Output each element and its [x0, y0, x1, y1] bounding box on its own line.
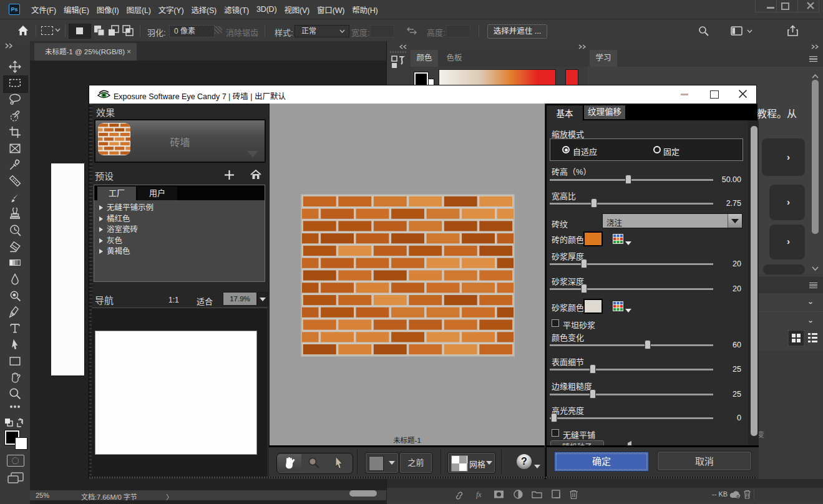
dialog-minimize-icon[interactable]: [681, 94, 688, 95]
workspace-chevron-icon[interactable]: [747, 29, 752, 33]
slider-track[interactable]: [550, 178, 713, 182]
gradient-tool-icon[interactable]: [9, 256, 21, 269]
preview-hand-tool[interactable]: [277, 454, 301, 472]
tab-color[interactable]: 颜色: [411, 50, 438, 67]
tab-swatches[interactable]: 色板: [441, 50, 468, 67]
eraser-tool-icon[interactable]: [9, 240, 21, 253]
brick-color-swatch[interactable]: [583, 231, 603, 246]
layer-effects-icon[interactable]: fx: [475, 489, 485, 500]
before-button[interactable]: 之前: [400, 453, 432, 473]
zoom-tool-icon[interactable]: [9, 387, 21, 400]
zoom-fit-button[interactable]: 适合: [197, 295, 213, 307]
learn-card[interactable]: ›: [769, 225, 805, 259]
tab-user[interactable]: 用户: [137, 187, 177, 200]
expand-triangle-icon[interactable]: [99, 227, 103, 232]
menu-view[interactable]: 视图(V): [284, 4, 309, 16]
slider-track[interactable]: [550, 393, 713, 396]
menu-type[interactable]: 文字(Y): [158, 4, 184, 16]
layer-group-icon[interactable]: [532, 489, 542, 500]
marquee-tool-icon[interactable]: [9, 77, 21, 89]
collapse-panels-right-icon[interactable]: [811, 44, 819, 49]
palette-dropdown-icon[interactable]: [625, 309, 631, 313]
new-layer-icon[interactable]: [551, 489, 562, 500]
cancel-button[interactable]: 取消: [658, 452, 751, 470]
palette-grid-icon[interactable]: [613, 234, 623, 244]
swap-colors-icon[interactable]: [4, 418, 26, 429]
zoom-1-1-button[interactable]: 1:1: [168, 296, 179, 304]
menu-image[interactable]: 图像(I): [97, 4, 119, 16]
dodge-tool-icon[interactable]: [9, 289, 21, 302]
tool-preset-chevron-icon[interactable]: [55, 28, 61, 32]
menu-edit[interactable]: 编辑(E): [64, 4, 89, 16]
slider-thumb[interactable]: [591, 198, 597, 208]
workspace-icon[interactable]: [731, 26, 743, 36]
background-color-button[interactable]: [366, 453, 398, 473]
document-tab-close-icon[interactable]: ×: [127, 48, 131, 56]
tab-basic[interactable]: 基本: [547, 105, 583, 122]
rectangle-tool-icon[interactable]: [9, 355, 21, 367]
eyedropper-tool-icon[interactable]: [9, 158, 21, 171]
move-tool-icon[interactable]: [9, 61, 21, 73]
menu-filter[interactable]: 滤镜(T): [224, 4, 249, 16]
help-dropdown-icon[interactable]: [534, 465, 540, 468]
list-view-icon[interactable]: [807, 332, 818, 343]
expand-triangle-icon[interactable]: [99, 238, 103, 243]
edit-toolbar-icon[interactable]: [9, 405, 21, 409]
collapse-panels-left-icon[interactable]: [399, 44, 407, 49]
learn-card[interactable]: [763, 264, 805, 274]
style-select[interactable]: 正常: [295, 25, 349, 37]
mortar-color-swatch[interactable]: [583, 299, 603, 314]
effect-selector-button[interactable]: 砖墙: [94, 119, 266, 163]
expand-triangle-icon[interactable]: [99, 216, 103, 221]
slider-track[interactable]: [550, 417, 713, 420]
share-icon[interactable]: [787, 25, 799, 37]
lasso-tool-icon[interactable]: [9, 93, 21, 105]
current-color-swatch[interactable]: [565, 69, 578, 85]
flat-mortar-checkbox[interactable]: [552, 319, 559, 327]
dialog-close-icon[interactable]: [738, 89, 748, 99]
slider-track[interactable]: [550, 344, 713, 347]
brick-texture-select[interactable]: 浇注: [602, 213, 743, 228]
learn-scrollbar-thumb[interactable]: [812, 80, 819, 234]
add-selection-icon[interactable]: [94, 25, 105, 36]
ok-button[interactable]: 确定: [554, 452, 649, 472]
fg-color-proxy-swatch[interactable]: [414, 72, 428, 85]
hand-tool-icon[interactable]: [9, 371, 21, 384]
menu-help[interactable]: 帮助(H): [352, 4, 377, 16]
palette-grid-icon[interactable]: [613, 301, 623, 311]
preset-item[interactable]: 黄褐色: [99, 246, 130, 257]
document-tab[interactable]: 未标题-1 @ 25%(RGB/8) ×: [34, 43, 137, 61]
lower-panel-menu-icon[interactable]: [809, 283, 817, 288]
horizontal-scrollbar-thumb[interactable]: [349, 490, 377, 497]
navigator-preview[interactable]: [95, 331, 257, 455]
slider-thumb[interactable]: [581, 259, 587, 268]
photoshop-logo-icon[interactable]: Ps: [9, 4, 20, 15]
preset-item[interactable]: 橘红色: [99, 214, 130, 225]
document-canvas[interactable]: [51, 163, 84, 376]
screen-mode-icon[interactable]: [7, 472, 24, 485]
adjustment-layer-icon[interactable]: [513, 489, 524, 500]
cloud-sync-icon[interactable]: [729, 491, 741, 498]
history-brush-tool-icon[interactable]: [9, 224, 21, 236]
preset-item[interactable]: 浴室瓷砖: [99, 225, 138, 235]
learn-panel-menu-icon[interactable]: [809, 56, 817, 62]
delete-layer-icon[interactable]: [568, 489, 579, 500]
dialog-title-bar[interactable]: Exposure Software Eye Candy 7 | 砖墙 | 出厂默…: [89, 85, 756, 104]
slider-thumb[interactable]: [551, 413, 557, 422]
healing-brush-tool-icon[interactable]: [9, 175, 21, 187]
dialog-maximize-icon[interactable]: [710, 90, 719, 99]
menu-layer[interactable]: 图层(L): [126, 4, 150, 16]
slider-track[interactable]: [550, 202, 713, 205]
background-color-swatch[interactable]: [16, 438, 27, 449]
learn-card[interactable]: ›: [769, 185, 805, 220]
home-preset-icon[interactable]: [250, 169, 261, 180]
tab-learn[interactable]: 学习: [590, 50, 617, 67]
seamless-checkbox[interactable]: [552, 429, 559, 437]
width-input[interactable]: [370, 25, 394, 37]
expand-triangle-icon[interactable]: [99, 205, 103, 210]
tab-texture-offset[interactable]: 纹理偏移: [584, 105, 625, 119]
close-button[interactable]: [798, 0, 819, 12]
zoom-percentage-field[interactable]: 17.9%: [223, 292, 257, 306]
learn-card[interactable]: ›: [762, 138, 805, 176]
help-button[interactable]: ?: [517, 454, 532, 469]
